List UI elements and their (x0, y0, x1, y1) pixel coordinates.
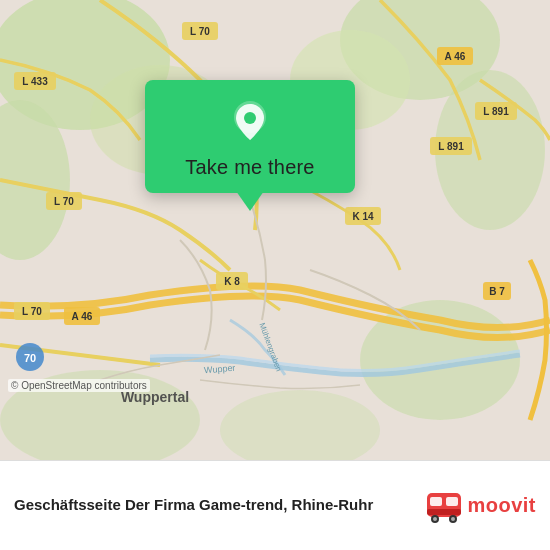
svg-text:A 46: A 46 (72, 311, 93, 322)
bottom-bar: Geschäftsseite Der Firma Game-trend, Rhi… (0, 460, 550, 550)
svg-point-46 (451, 517, 455, 521)
svg-text:L 891: L 891 (438, 141, 464, 152)
svg-text:L 70: L 70 (22, 306, 42, 317)
svg-rect-40 (430, 497, 442, 506)
svg-text:K 14: K 14 (352, 211, 374, 222)
svg-text:K 8: K 8 (224, 276, 240, 287)
map-attribution: © OpenStreetMap contributors (8, 379, 150, 392)
moovit-bus-icon (425, 487, 463, 525)
svg-text:A 46: A 46 (445, 51, 466, 62)
moovit-logo: moovit (425, 487, 536, 525)
svg-text:70: 70 (24, 352, 36, 364)
svg-rect-41 (446, 497, 458, 506)
svg-point-38 (244, 112, 256, 124)
popup-card[interactable]: Take me there (145, 80, 355, 193)
svg-text:L 891: L 891 (483, 106, 509, 117)
svg-rect-42 (427, 509, 461, 515)
svg-text:L 433: L 433 (22, 76, 48, 87)
location-pin-icon (226, 98, 274, 146)
moovit-brand-text: moovit (467, 494, 536, 517)
svg-text:L 70: L 70 (54, 196, 74, 207)
svg-point-45 (433, 517, 437, 521)
place-title: Geschäftsseite Der Firma Game-trend, Rhi… (14, 496, 415, 513)
map-container: L 70 L 70 L 70 L 433 L 891 L 891 A 46 A … (0, 0, 550, 460)
svg-text:B 7: B 7 (489, 286, 505, 297)
popup-label: Take me there (185, 156, 314, 179)
svg-text:L 70: L 70 (190, 26, 210, 37)
bottom-text: Geschäftsseite Der Firma Game-trend, Rhi… (14, 496, 415, 516)
